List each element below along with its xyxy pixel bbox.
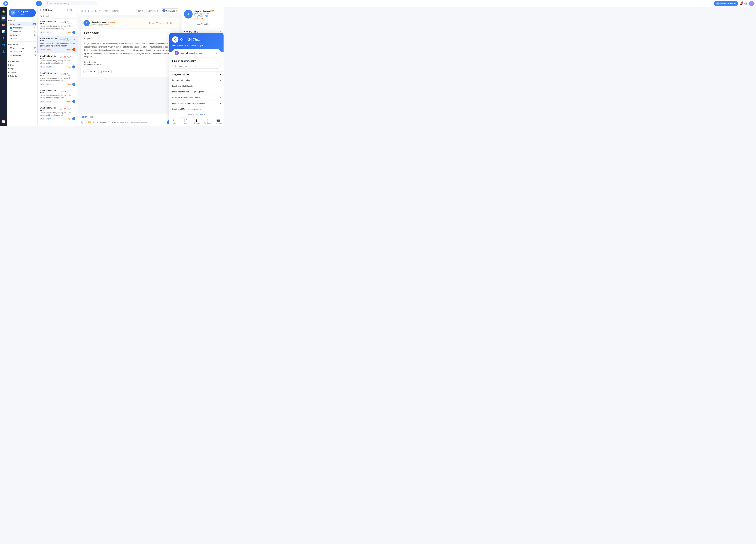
sidebar-item-unassigned[interactable]: 👤 Unassigned 12 bbox=[7, 26, 37, 30]
priority-group-header[interactable]: ▶ Priority bbox=[7, 74, 37, 78]
status-dropdown[interactable]: New ▼ bbox=[136, 9, 145, 13]
inbox-group-header[interactable]: ▶ Inbox bbox=[7, 19, 37, 22]
email-list-item[interactable]: Email Tittle will be here Close 📅 Sep 14… bbox=[38, 105, 78, 122]
star-icon[interactable]: ☆ bbox=[84, 9, 86, 12]
nav-home-icon[interactable]: 🏠 bbox=[1, 9, 6, 14]
attachment-0[interactable]: 📄 50kb ▼ bbox=[83, 70, 97, 74]
view-profile-button[interactable]: View full profile bbox=[184, 22, 221, 26]
reply-emoji-icon[interactable]: 😊 bbox=[88, 121, 91, 123]
more-icon[interactable]: ••• bbox=[99, 9, 101, 12]
reply-icon[interactable]: ↩ bbox=[163, 22, 165, 24]
refresh-icon[interactable]: ↻ bbox=[40, 9, 42, 11]
chat-search-bar[interactable]: 🔍 Search our help center bbox=[172, 64, 221, 69]
attachment-1[interactable]: 🖼 50kb ▼ bbox=[98, 70, 112, 74]
compose-button[interactable]: Compose new → bbox=[9, 9, 36, 17]
help-icon: 📄 bbox=[184, 119, 187, 122]
email-body-4: Lorem Ipsum is simply dummy text of the … bbox=[40, 94, 75, 99]
trash-icon[interactable]: 🗑 bbox=[166, 22, 168, 24]
status-group-header[interactable]: ▶ Status bbox=[7, 70, 37, 74]
reply-input[interactable] bbox=[112, 121, 165, 123]
mentioned-count: 01 bbox=[34, 51, 36, 53]
chat-nav-chat[interactable]: 💬 Chat bbox=[169, 117, 180, 126]
chat-article-4[interactable]: Forward email from Amazon WorkMail › bbox=[169, 100, 224, 106]
more-actions-icon[interactable]: ••• bbox=[173, 22, 176, 24]
reply-heart-icon[interactable]: ❤ bbox=[96, 121, 98, 123]
chat-bubble-text: Team will contact you soon bbox=[180, 52, 215, 54]
circle-active-icon[interactable]: ● bbox=[88, 9, 89, 12]
email-card-header: J Jayesh Jansari Raised By jayeshjan@gma… bbox=[81, 18, 179, 28]
nav-grid-icon[interactable]: ⊞ bbox=[1, 35, 6, 41]
reply-attach-icon[interactable]: 📎 bbox=[81, 121, 83, 123]
nav-analytics-icon[interactable]: 📈 bbox=[1, 118, 6, 124]
chat-time-icon: 🕐 bbox=[216, 52, 218, 54]
nav-person-icon[interactable]: 👤 bbox=[1, 49, 6, 54]
chat-article-0[interactable]: Freemius Integration › bbox=[169, 77, 224, 83]
nav-book-icon[interactable]: 📚 bbox=[1, 22, 6, 28]
email-list-item[interactable]: Email Tittle will be here Close 📅 Sep 14… bbox=[38, 88, 78, 105]
email-actions: ↩ 🗑 🗑 ••• bbox=[163, 22, 176, 24]
main-email-view: ☑ ☆ ● 📋 🏷 ••• #4 Your test mail New ▼ No… bbox=[78, 7, 182, 126]
inbox-search[interactable]: 🔍 Search bbox=[38, 13, 78, 19]
chat-article-5[interactable]: Create and Manage User Accounts › bbox=[169, 106, 224, 112]
priority-dropdown[interactable]: No Priority ▼ bbox=[146, 9, 160, 13]
sidebar-item-assign-to-me[interactable]: 👤 Assign to me 15 bbox=[7, 46, 37, 50]
sidebar-item-sent[interactable]: 📤 Sent 17 bbox=[7, 33, 37, 37]
archive-icon[interactable]: 📋 bbox=[91, 9, 94, 12]
reply-tab-note[interactable]: Note bbox=[90, 116, 94, 119]
channels-group-header[interactable]: ▶ Channels bbox=[7, 59, 37, 63]
email-list-item[interactable]: Email Tittle will be here Close 📅 Sep 14… bbox=[38, 36, 78, 53]
chat-article-1[interactable]: Install Live Chat Shopify › bbox=[169, 83, 224, 89]
search-placeholder: Search here somthing bbox=[50, 2, 69, 5]
email-body-0: Lorem Ipsum is simply dummy text of the … bbox=[40, 25, 75, 30]
agent-dropdown[interactable]: Sawan Jes ▼ bbox=[161, 8, 179, 13]
sidebar-item-overdue[interactable]: 🕐 Overdue 13 bbox=[7, 30, 37, 33]
tags-group-header[interactable]: ▶ Tags bbox=[7, 67, 37, 70]
email-signoff: Best Regards, Bogdan at Unisense bbox=[84, 61, 175, 65]
close-btn-4[interactable]: Close bbox=[60, 91, 64, 93]
reply-tab-replay[interactable]: Replay bbox=[81, 116, 87, 119]
close-btn-5[interactable]: Close bbox=[60, 108, 64, 110]
sidebar-item-mentioned[interactable]: @ Mentioned 01 bbox=[7, 50, 37, 53]
dots-icon[interactable]: ••• bbox=[73, 9, 75, 11]
chat-k-avatar: K bbox=[175, 51, 179, 55]
brand-logo: VENKON bbox=[194, 18, 203, 20]
email-list-item[interactable]: Email Tittle will be here Close 📅 Sep 14… bbox=[38, 53, 78, 70]
nav-mail-icon[interactable]: ✉️ bbox=[1, 15, 6, 21]
sidebar-item-following[interactable]: ⭐ Following 01 bbox=[7, 53, 37, 57]
sender-name: Jayesh Jansari bbox=[92, 21, 107, 24]
chat-nav-whatsapp[interactable]: 📱 WhatsApp bbox=[191, 117, 202, 126]
priority-3: High bbox=[66, 83, 72, 85]
delete-icon[interactable]: 🗑 bbox=[170, 22, 172, 24]
plus-button[interactable]: + bbox=[36, 1, 42, 6]
grid-icon[interactable]: ⊞ bbox=[70, 9, 72, 11]
reply-email-icon[interactable]: ✉ bbox=[85, 121, 87, 123]
close-btn-1[interactable]: Close bbox=[59, 39, 63, 41]
check-icon[interactable]: ☑ bbox=[81, 9, 83, 12]
close-btn-0[interactable]: Close bbox=[60, 21, 64, 23]
chat-search-icon: 🔍 bbox=[174, 65, 177, 67]
nav-chart-icon[interactable]: 📊 bbox=[1, 29, 6, 34]
sidebar-item-more[interactable]: ••• More bbox=[7, 37, 37, 40]
tag-icon[interactable]: 🏷 bbox=[95, 9, 97, 12]
close-btn-2[interactable]: Close bbox=[60, 56, 64, 58]
user-group-header[interactable]: ▶ User bbox=[7, 63, 37, 67]
email-list-item[interactable]: Email Tittle will be here Close 📅 Sep 14… bbox=[38, 19, 78, 36]
chat-article-suggested[interactable]: Suggested articles › bbox=[169, 72, 224, 77]
close-btn-3[interactable]: Close bbox=[60, 73, 64, 75]
chat-nav-help[interactable]: 📄 Help bbox=[180, 117, 191, 126]
chat-nav-instagram[interactable]: 📷 Instagram bbox=[213, 117, 224, 126]
nav-people-icon[interactable]: 👥 bbox=[1, 42, 6, 48]
chat-article-2[interactable]: Install Assistant with Google Tag Man...… bbox=[169, 89, 224, 95]
chat-search-section: Find an answer easily 🔍 Search our help … bbox=[169, 57, 224, 72]
sidebar-item-all-inbox[interactable]: 📥 All Inbox 15 bbox=[7, 22, 37, 26]
chat-nav-facebook[interactable]: f Facebook bbox=[202, 117, 213, 126]
search-bar[interactable]: 🔍 Search here somthing bbox=[45, 1, 97, 5]
email-list-item[interactable]: Email Tittle will be here Close 📅 Sep 14… bbox=[38, 70, 78, 88]
personal-group-header[interactable]: ▶ Personal bbox=[7, 43, 37, 46]
reply-star-icon[interactable]: ⭐ bbox=[92, 121, 95, 123]
chat-article-3[interactable]: Add Chat Assistant to Wordpress › bbox=[169, 95, 224, 100]
sender-info: Jayesh Jansari Raised By jayeshjan@gmail… bbox=[92, 21, 147, 26]
filter-icon[interactable]: ⚡ bbox=[66, 9, 69, 11]
email-title-2: Email Tittle will be here bbox=[40, 55, 60, 59]
remove-icon-1[interactable]: ✕ bbox=[74, 39, 75, 41]
